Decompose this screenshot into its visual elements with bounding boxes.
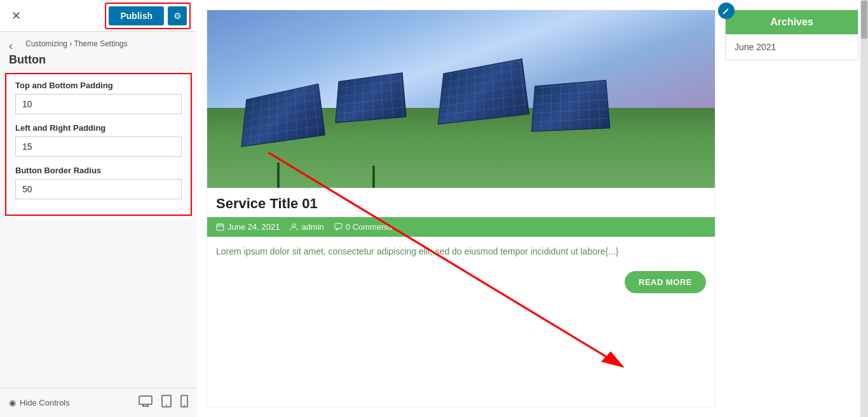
- publish-button[interactable]: Publish: [109, 6, 164, 25]
- svg-point-7: [184, 405, 185, 406]
- post-comments: 0 Comments: [334, 222, 393, 232]
- hide-controls-label: Hide Controls: [20, 398, 70, 407]
- post-meta-bar: June 24, 2021 admin 0 Comments: [207, 217, 715, 237]
- phone-icon: [180, 395, 188, 407]
- post-author: admin: [290, 222, 323, 232]
- top-bottom-padding-input[interactable]: [15, 94, 182, 114]
- top-bottom-padding-group: Top and Bottom Padding: [15, 81, 182, 114]
- gear-button[interactable]: ⚙: [168, 6, 187, 25]
- archives-header: Archives: [726, 10, 858, 34]
- archive-june-2021[interactable]: June 2021: [735, 42, 849, 52]
- tablet-icon: [161, 395, 172, 407]
- back-icon: ‹: [9, 39, 13, 53]
- scrollbar[interactable]: [860, 0, 868, 417]
- phone-icon-button[interactable]: [180, 395, 188, 411]
- publish-area: Publish ⚙: [105, 3, 191, 29]
- bottom-bar: ◉ Hide Controls: [0, 388, 197, 417]
- post-excerpt: Lorem ipsum dolor sit amet, consectetur …: [207, 237, 715, 266]
- top-bottom-padding-label: Top and Bottom Padding: [15, 81, 182, 90]
- pencil-icon: [722, 7, 730, 15]
- read-more-container: READ MORE: [207, 266, 715, 302]
- blog-card: Service Title 01 June 24, 2021 admin: [207, 10, 715, 407]
- edit-icon[interactable]: [718, 3, 735, 19]
- top-bar: ✕ Publish ⚙: [0, 0, 197, 32]
- close-button[interactable]: ✕: [6, 6, 26, 25]
- settings-area: Top and Bottom Padding Left and Right Pa…: [5, 73, 192, 216]
- post-title: Service Title 01: [207, 188, 715, 217]
- border-radius-input[interactable]: [15, 179, 182, 199]
- user-icon: [290, 223, 298, 231]
- left-panel: ✕ Publish ⚙ ‹ Customizing › Theme Settin…: [0, 0, 197, 417]
- archives-body: June 2021: [726, 34, 858, 60]
- border-radius-label: Button Border Radius: [15, 166, 182, 175]
- hide-controls-button[interactable]: ◉ Hide Controls: [9, 398, 70, 407]
- svg-point-14: [292, 224, 295, 227]
- breadcrumb: Customizing › Theme Settings: [25, 39, 128, 48]
- desktop-icon-button[interactable]: [139, 395, 153, 411]
- device-icons: [139, 395, 188, 411]
- preview-area: Service Title 01 June 24, 2021 admin: [197, 0, 868, 417]
- hide-controls-icon: ◉: [9, 398, 16, 407]
- blog-post-image: [207, 10, 715, 188]
- back-button[interactable]: ‹ Customizing › Theme Settings: [0, 32, 137, 51]
- calendar-icon: [216, 223, 224, 231]
- archives-widget: Archives June 2021: [725, 10, 858, 60]
- tablet-icon-button[interactable]: [161, 395, 172, 411]
- border-radius-group: Button Border Radius: [15, 166, 182, 199]
- post-date: June 24, 2021: [216, 222, 280, 232]
- left-right-padding-label: Left and Right Padding: [15, 123, 182, 133]
- svg-point-5: [166, 405, 167, 406]
- left-right-padding-input[interactable]: [15, 136, 182, 157]
- svg-rect-10: [217, 224, 224, 230]
- desktop-icon: [139, 395, 153, 407]
- section-title: Button: [0, 51, 197, 73]
- comment-icon: [334, 223, 342, 231]
- read-more-button[interactable]: READ MORE: [625, 271, 706, 293]
- right-sidebar-wrapper: Archives June 2021: [725, 10, 858, 407]
- svg-rect-15: [335, 223, 342, 228]
- svg-rect-0: [139, 396, 152, 404]
- scroll-thumb[interactable]: [861, 1, 867, 39]
- left-right-padding-group: Left and Right Padding: [15, 123, 182, 157]
